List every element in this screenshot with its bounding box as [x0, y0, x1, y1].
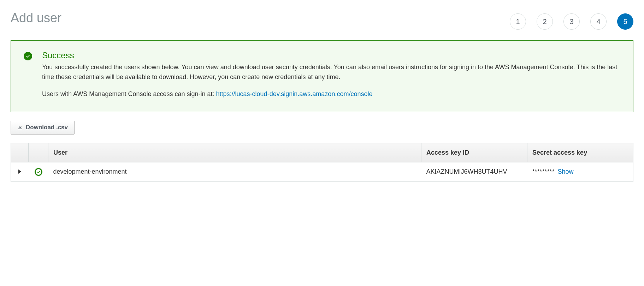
expand-row-icon[interactable] [18, 169, 21, 174]
col-status-header [29, 143, 48, 162]
success-alert: Success You successfully created the use… [11, 40, 633, 112]
alert-signin-prefix: Users with AWS Management Console access… [42, 90, 216, 97]
signin-url-link[interactable]: https://lucas-cloud-dev.signin.aws.amazo… [216, 90, 373, 97]
col-secret-key-header: Secret access key [527, 143, 633, 162]
row-success-icon [35, 168, 42, 176]
step-3[interactable]: 3 [563, 13, 580, 30]
cell-secret-access-key: ********* Show [527, 162, 633, 181]
step-2[interactable]: 2 [537, 13, 553, 30]
cell-access-key-id: AKIAZNUMIJ6WH3UT4UHV [421, 162, 527, 181]
users-table: User Access key ID Secret access key dev… [11, 143, 633, 182]
wizard-stepper: 1 2 3 4 5 [510, 13, 633, 30]
step-1[interactable]: 1 [510, 13, 526, 30]
col-user-header: User [48, 143, 421, 162]
page-title: Add user [11, 11, 61, 25]
col-access-key-header: Access key ID [421, 143, 527, 162]
table-row: development-environment AKIAZNUMIJ6WH3UT… [11, 162, 633, 181]
cell-user: development-environment [48, 162, 421, 181]
step-4[interactable]: 4 [590, 13, 607, 30]
download-csv-label: Download .csv [26, 124, 68, 131]
show-secret-link[interactable]: Show [558, 168, 574, 175]
alert-message: You successfully created the users shown… [42, 62, 620, 82]
step-5[interactable]: 5 [617, 13, 633, 30]
secret-masked: ********* [532, 168, 555, 175]
download-icon [17, 124, 23, 131]
success-icon [24, 52, 32, 60]
alert-title: Success [42, 50, 620, 60]
download-csv-button[interactable]: Download .csv [11, 121, 75, 135]
alert-signin-info: Users with AWS Management Console access… [42, 89, 620, 99]
col-expand-header [11, 143, 29, 162]
